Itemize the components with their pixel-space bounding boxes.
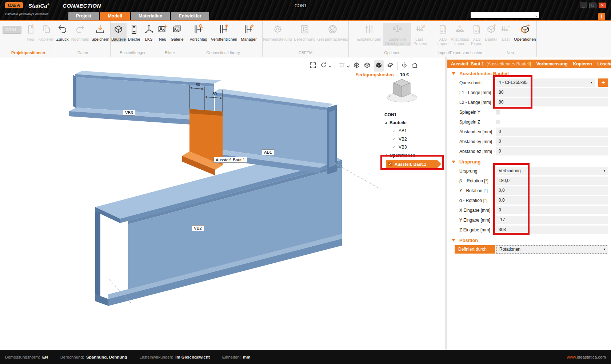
panel-divider[interactable] <box>445 57 447 350</box>
property-label: Y - Rotation [°] <box>447 188 496 193</box>
property-label: Y Eingabe [mm] <box>447 218 496 223</box>
panel-title: Aussteif. Baut.1 <box>451 61 484 66</box>
definiert-durch-select[interactable]: Rotationen▼ <box>496 245 608 254</box>
veröffentlichen-button[interactable]: Veröffentlichen <box>209 23 239 42</box>
tree-collapse-icon[interactable] <box>384 122 387 124</box>
bauteile-button[interactable]: Bauteile <box>111 23 127 42</box>
ribbon-group-projektpositionen: CON1▼NeuKopierenProjektpositionen <box>1 21 55 57</box>
ribbon-group-connection-library: VorschlagVeröffentlichenManagerConnectio… <box>184 21 263 57</box>
gesamtnachweis-button: Gesamtnachweis <box>317 23 348 42</box>
abstand-ex-mm-input[interactable]: 0 <box>496 128 608 136</box>
tab-projekt[interactable]: Projekt <box>68 12 99 20</box>
checkmark-icon[interactable]: ✓ <box>392 128 396 133</box>
ribbon-group-bilder: NeuGalerieBilder <box>156 21 184 57</box>
search-input[interactable] <box>472 13 533 17</box>
lks-button[interactable]: LKS <box>142 23 156 42</box>
tab-materialien[interactable]: Materialien <box>131 12 170 20</box>
abstand-ez-mm-input[interactable]: 0 <box>496 147 608 155</box>
image-new-icon <box>157 24 168 36</box>
website-link[interactable]: www.ideastatica.com <box>567 355 606 359</box>
checkmark-icon[interactable]: ✓ <box>392 137 396 142</box>
tree-item-label: AB1 <box>399 128 407 133</box>
tree-item-vb2[interactable]: ✓VB2 <box>383 135 445 143</box>
library-search-icon <box>193 24 204 36</box>
cube-wireframe-icon <box>353 61 360 70</box>
spiegeln-z-checkbox[interactable] <box>496 120 500 124</box>
cube-hidden-line-button[interactable] <box>363 61 371 70</box>
tree-item-vb3[interactable]: ✓VB3 <box>383 143 445 151</box>
minimize-button[interactable]: ▁ <box>580 3 587 8</box>
tab-modell[interactable]: Modell <box>100 12 130 20</box>
model-3d-scene[interactable]: 80 80 <box>0 57 445 350</box>
status-bemessungsnorm: Bemessungsnorm:EN <box>5 355 48 359</box>
galerie-button[interactable]: Galerie <box>170 23 184 42</box>
manager-button[interactable]: Manager <box>239 23 258 42</box>
ribbon-button-label: Neu <box>27 37 34 41</box>
definiert-durch-button[interactable]: Definiert durch <box>455 245 495 254</box>
tree-root[interactable]: CON1 <box>383 111 445 119</box>
navigation-cube[interactable] <box>387 79 417 102</box>
cube-clipped-icon <box>387 61 394 70</box>
neu-button[interactable]: Neu <box>156 23 169 42</box>
search-box[interactable] <box>471 12 539 18</box>
status-lasteinwirkungen: Lasteinwirkungen:Im Gleichgewicht <box>140 355 210 359</box>
bleche-button[interactable]: Bleche <box>127 23 141 42</box>
abstand-ey-mm-input[interactable]: 0 <box>496 137 608 146</box>
kopieren-button: Kopieren <box>38 23 55 42</box>
section-header-position[interactable]: Position <box>447 236 611 244</box>
maximize-button[interactable]: ❐ <box>589 3 596 8</box>
part-label-ab1: AB1 <box>262 149 274 155</box>
dropdown-arrow-icon[interactable]: ▼ <box>590 78 593 87</box>
ribbon-button-label: Vorschlag <box>189 37 207 41</box>
field-value: 0 <box>499 149 501 154</box>
ribbon-button-label: Manager <box>241 37 256 41</box>
expand-button[interactable] <box>309 61 317 70</box>
info-button[interactable]: i <box>598 13 605 20</box>
zurück-button[interactable]: Zurück <box>55 23 69 42</box>
dropdown-arrow-icon[interactable]: ▼ <box>603 245 606 254</box>
property-row-spiegeln-z: Spiegeln Z <box>447 117 611 127</box>
cube-solid-button[interactable] <box>374 60 384 72</box>
cube-hidden-line-icon <box>363 61 371 70</box>
spiegeln-y-checkbox[interactable] <box>496 110 500 114</box>
tab-entwickler[interactable]: Entwickler <box>171 12 209 20</box>
cube-clipped-button[interactable] <box>387 61 394 70</box>
property-row-definiert-durch: Definiert durchRotationen▼ <box>447 244 611 254</box>
speichern-button[interactable]: Speichern <box>91 23 110 42</box>
operationen-button[interactable]: Operationen <box>514 23 536 42</box>
tree-section-label: Bauteile <box>390 119 407 127</box>
gear-code-icon <box>272 24 283 36</box>
expand-icon <box>309 61 317 70</box>
part-label-vb3: VB3 <box>123 110 135 116</box>
tree-item-ab1[interactable]: ✓AB1 <box>383 127 445 135</box>
section-collapse-icon[interactable] <box>452 161 455 163</box>
ribbon-button-label: Normeinstellung <box>263 37 292 41</box>
chevron-down-icon[interactable] <box>327 63 332 69</box>
save-icon <box>95 24 105 36</box>
beam-vb2[interactable] <box>95 148 342 306</box>
mirror-button[interactable] <box>400 61 408 70</box>
rotate-button[interactable] <box>320 61 332 70</box>
section-collapse-icon[interactable] <box>452 239 455 242</box>
löschen-action[interactable]: Löschen <box>598 61 611 66</box>
model-viewport[interactable]: 80 80 Fertigungskosten - 10 € VB3 AB1 VB… <box>0 57 445 350</box>
kopieren-action[interactable]: Kopieren <box>573 61 592 66</box>
home-button[interactable] <box>411 61 419 70</box>
status-value: Spannung, Dehnung <box>86 355 127 359</box>
add-cross-section-button[interactable]: + <box>598 78 608 87</box>
ribbon-group-label: Daten <box>55 50 110 57</box>
close-button[interactable]: ✕ <box>599 3 606 8</box>
vorschlag-button[interactable]: Vorschlag <box>188 23 208 42</box>
connection-import-icon <box>455 24 465 36</box>
section-collapse-icon[interactable] <box>452 72 455 75</box>
doc-new-icon <box>25 24 36 36</box>
property-label: L1 - Länge [mm] <box>447 90 496 95</box>
statica-logo: StatiCa® <box>28 3 49 9</box>
tree-section-bauteile[interactable]: Bauteile <box>383 119 445 127</box>
property-label: Spiegeln Y <box>447 110 496 115</box>
dropdown-arrow-icon[interactable]: ▼ <box>603 167 606 175</box>
chevron-down-icon[interactable] <box>346 63 350 69</box>
vorbemessung-action[interactable]: Vorbemessung <box>536 61 568 66</box>
checkmark-icon[interactable]: ✓ <box>392 145 396 150</box>
cube-wireframe-button[interactable] <box>353 61 360 70</box>
